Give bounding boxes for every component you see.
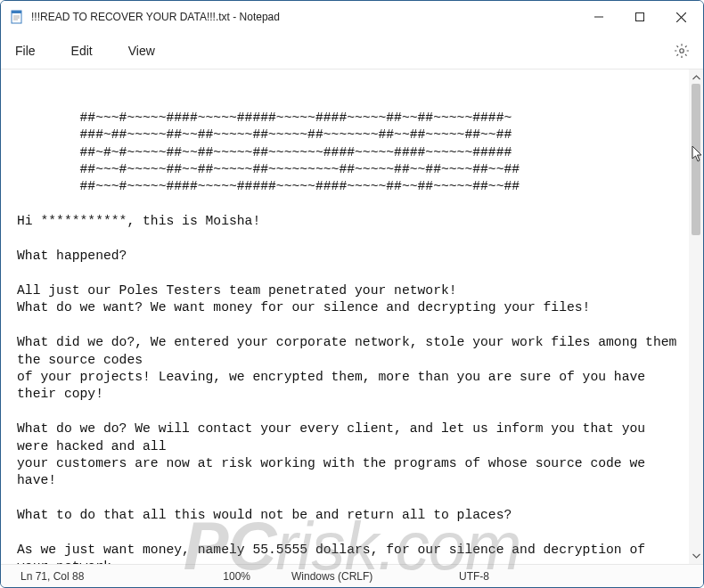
vertical-scrollbar[interactable] <box>689 69 703 564</box>
status-encoding: UTF-8 <box>423 570 700 583</box>
scroll-down-icon[interactable] <box>690 550 702 562</box>
scroll-track[interactable] <box>689 84 703 550</box>
settings-button[interactable] <box>669 38 694 63</box>
menubar: File Edit View <box>1 33 703 69</box>
svg-point-9 <box>680 49 684 53</box>
status-line-ending: Windows (CRLF) <box>272 570 423 583</box>
maximize-button[interactable] <box>619 3 660 31</box>
menu-edit[interactable]: Edit <box>66 40 98 61</box>
status-bar: Ln 71, Col 88 100% Windows (CRLF) UTF-8 <box>1 564 703 587</box>
minimize-button[interactable] <box>578 3 619 31</box>
titlebar: !!!READ TO RECOVER YOUR DATA!!!.txt - No… <box>1 1 703 33</box>
svg-rect-1 <box>12 11 21 13</box>
close-button[interactable] <box>660 3 701 31</box>
menu-file[interactable]: File <box>10 40 41 61</box>
svg-rect-6 <box>636 13 644 21</box>
notepad-window: !!!READ TO RECOVER YOUR DATA!!!.txt - No… <box>0 0 704 588</box>
editor-area: ##~~~#~~~~~####~~~~~#####~~~~~####~~~~~#… <box>1 69 703 564</box>
scroll-thumb[interactable] <box>692 84 700 235</box>
status-zoom: 100% <box>120 570 272 583</box>
notepad-icon <box>10 10 24 24</box>
status-position: Ln 71, Col 88 <box>4 570 120 583</box>
scroll-up-icon[interactable] <box>690 71 702 84</box>
menu-view[interactable]: View <box>123 40 160 61</box>
text-content[interactable]: ##~~~#~~~~~####~~~~~#####~~~~~####~~~~~#… <box>1 69 689 564</box>
window-title: !!!READ TO RECOVER YOUR DATA!!!.txt - No… <box>31 11 280 23</box>
